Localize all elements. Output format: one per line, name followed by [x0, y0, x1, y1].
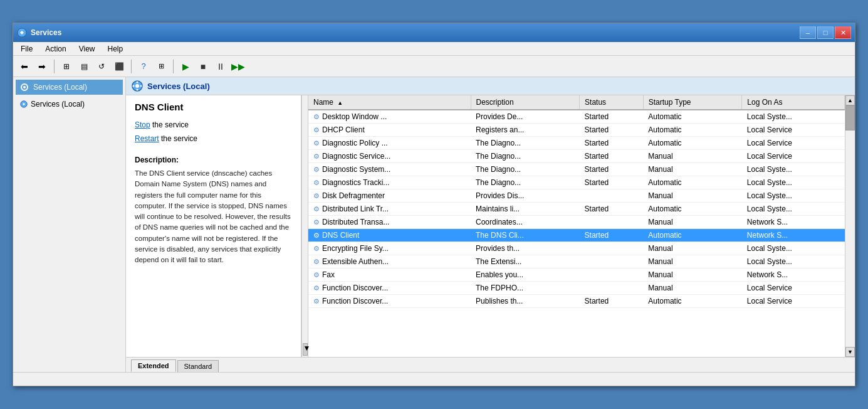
scroll-up-arrow[interactable]: ▲: [845, 95, 855, 105]
scroll-down-arrow[interactable]: ▼: [845, 347, 855, 357]
cell-logon: Local Service: [742, 150, 845, 163]
stop-suffix: the service: [150, 120, 189, 129]
table-row[interactable]: ⚙FaxEnables you...ManualNetwork S...: [308, 268, 845, 282]
table-panel[interactable]: Name ▲ Description Status: [308, 95, 845, 357]
menu-view[interactable]: View: [75, 43, 99, 55]
service-gear-icon: ⚙: [313, 258, 320, 265]
cell-startup: Automatic: [643, 229, 742, 242]
table-row[interactable]: ⚙Function Discover...The FDPHO...ManualL…: [308, 282, 845, 295]
cell-status: Started: [580, 163, 644, 176]
cell-description: The Diagno...: [471, 176, 580, 189]
cell-description: Coordinates...: [471, 216, 580, 229]
col-header-startup[interactable]: Startup Type: [643, 95, 742, 110]
show-hide-button[interactable]: ⊞: [59, 59, 74, 74]
service-gear-icon: ⚙: [313, 126, 320, 134]
info-desc-title: Description:: [135, 156, 292, 164]
table-row[interactable]: ⚙Encrypting File Sy...Provides th...Manu…: [308, 242, 845, 255]
menu-file[interactable]: File: [17, 43, 36, 55]
service-gear-icon: ⚙: [313, 192, 320, 199]
table-row[interactable]: ⚙Disk DefragmenterProvides Dis...ManualL…: [308, 189, 845, 203]
scroll-arrow-down[interactable]: ▼: [303, 343, 308, 356]
table-row[interactable]: ⚙Diagnostics Tracki...The Diagno...Start…: [308, 176, 845, 189]
menu-action[interactable]: Action: [41, 43, 70, 55]
maximize-button[interactable]: □: [817, 26, 834, 39]
svg-point-10: [140, 85, 142, 87]
tab-extended[interactable]: Extended: [131, 359, 176, 372]
table-row[interactable]: ⚙Distributed Link Tr...Maintains li...St…: [308, 203, 845, 216]
toolbar-sep-1: [54, 60, 55, 73]
cell-description: The Diagno...: [471, 137, 580, 150]
service-gear-icon: ⚙: [313, 166, 320, 173]
col-header-status[interactable]: Status: [580, 95, 644, 110]
restart-link[interactable]: Restart: [135, 134, 159, 143]
table-row[interactable]: ⚙DNS ClientThe DNS Cli...StartedAutomati…: [308, 229, 845, 242]
cell-status: Started: [580, 124, 644, 137]
scroll-thumb[interactable]: [845, 105, 855, 130]
forward-button[interactable]: ➡: [34, 59, 50, 74]
app-icon: [17, 28, 27, 38]
info-description-block: Description: The DNS Client service (dns…: [135, 156, 292, 265]
cell-logon: Local Syste...: [742, 176, 845, 189]
cell-description: Provides Dis...: [471, 189, 580, 203]
table-row[interactable]: ⚙DHCP ClientRegisters an...StartedAutoma…: [308, 124, 845, 137]
pause-service-button[interactable]: ⏸: [213, 59, 228, 74]
sidebar: Services (Local) Services (Local): [13, 77, 126, 372]
status-bar: [13, 372, 855, 386]
cell-status: [580, 282, 644, 295]
start-service-button[interactable]: ▶: [178, 59, 193, 74]
cell-startup: Manual: [643, 150, 742, 163]
cell-status: Started: [580, 295, 644, 308]
cell-description: Provides th...: [471, 242, 580, 255]
table-row[interactable]: ⚙Extensible Authen...The Extensi...Manua…: [308, 255, 845, 268]
grid-button[interactable]: ⊞: [154, 59, 169, 74]
scroll-track[interactable]: [845, 105, 855, 347]
table-row[interactable]: ⚙Desktop Window ...Provides De...Started…: [308, 110, 845, 124]
info-panel: DNS Client Stop the service Restart the …: [126, 95, 301, 357]
col-header-name[interactable]: Name ▲: [308, 95, 471, 110]
cell-status: Started: [580, 176, 644, 189]
sidebar-header-label: Services (Local): [33, 83, 87, 92]
svg-point-8: [137, 89, 139, 91]
tab-standard[interactable]: Standard: [177, 360, 219, 372]
col-header-logon[interactable]: Log On As: [742, 95, 845, 110]
cell-name: ⚙Extensible Authen...: [308, 255, 471, 268]
main-window: Services – □ ✕ File Action View Help ⬅ ➡…: [13, 23, 855, 386]
back-button[interactable]: ⬅: [17, 59, 32, 74]
svg-point-9: [133, 85, 135, 87]
title-bar-buttons: – □ ✕: [800, 26, 851, 39]
cell-logon: Local Service: [742, 295, 845, 308]
restart-service-button[interactable]: ▶▶: [231, 59, 246, 74]
service-gear-icon: ⚙: [313, 139, 320, 147]
minimize-button[interactable]: –: [800, 26, 816, 39]
menu-help[interactable]: Help: [104, 43, 127, 55]
cell-name: ⚙Fax: [308, 268, 471, 282]
export-button[interactable]: ⬛: [112, 59, 127, 74]
services-table: Name ▲ Description Status: [308, 95, 845, 308]
table-row[interactable]: ⚙Diagnostic Policy ...The Diagno...Start…: [308, 137, 845, 150]
cell-startup: Manual: [643, 242, 742, 255]
service-gear-icon: ⚙: [313, 284, 320, 292]
col-header-description[interactable]: Description: [471, 95, 580, 110]
stop-service-button[interactable]: ■: [196, 59, 211, 74]
list-button[interactable]: ▤: [76, 59, 92, 74]
close-button[interactable]: ✕: [835, 26, 851, 39]
cell-description: Publishes th...: [471, 295, 580, 308]
table-row[interactable]: ⚙Function Discover...Publishes th...Star…: [308, 295, 845, 308]
cell-status: Started: [580, 150, 644, 163]
stop-link[interactable]: Stop: [135, 120, 150, 129]
cell-name: ⚙Distributed Link Tr...: [308, 203, 471, 216]
cell-startup: Manual: [643, 268, 742, 282]
right-scrollbar[interactable]: ▲ ▼: [845, 95, 855, 357]
info-panel-scrollbar[interactable]: ▼: [301, 95, 308, 357]
table-row[interactable]: ⚙Distributed Transa...Coordinates...Manu…: [308, 216, 845, 229]
cell-logon: Network S...: [742, 216, 845, 229]
table-row[interactable]: ⚙Diagnostic Service...The Diagno...Start…: [308, 150, 845, 163]
sidebar-item-services-local[interactable]: Services (Local): [16, 97, 123, 111]
refresh-button[interactable]: ↺: [94, 59, 109, 74]
table-body: ⚙Desktop Window ...Provides De...Started…: [308, 110, 845, 308]
help-button[interactable]: ?: [136, 59, 151, 74]
table-row[interactable]: ⚙Diagnostic System...The Diagno...Starte…: [308, 163, 845, 176]
info-links: Stop the service Restart the service: [135, 119, 292, 146]
cell-logon: Local Service: [742, 282, 845, 295]
cell-description: The DNS Cli...: [471, 229, 580, 242]
